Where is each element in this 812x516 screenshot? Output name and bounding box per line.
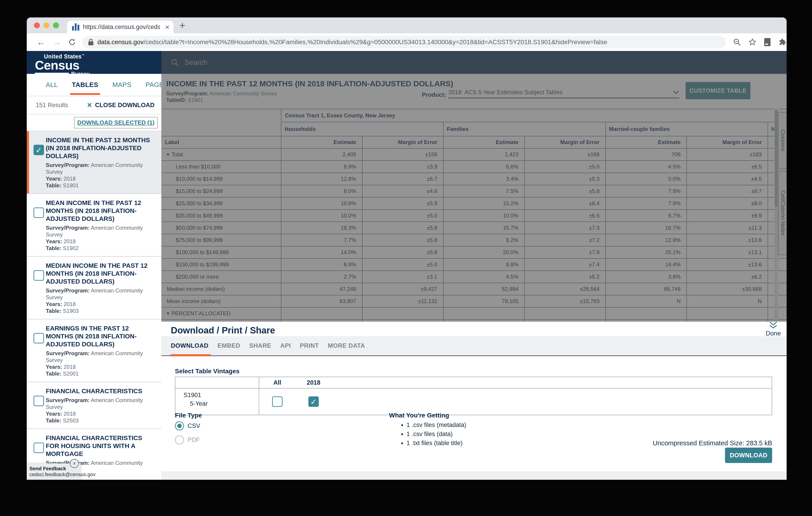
panel-tab-embed[interactable]: EMBED xyxy=(218,342,240,349)
panel-tab-bar: DOWNLOADEMBEDSHAREAPIPRINTMORE DATA xyxy=(161,336,787,356)
result-meta: Years: 2018 xyxy=(46,238,157,245)
result-meta: Table: S2001 xyxy=(46,370,157,377)
table-result-item[interactable]: MEAN INCOME IN THE PAST 12 MONTHS (IN 20… xyxy=(27,193,161,256)
census-favicon-bar-chart-icon xyxy=(72,23,79,31)
panel-tab-more-data[interactable]: MORE DATA xyxy=(328,342,365,349)
collapse-double-chevron-icon xyxy=(768,322,779,330)
logo-trademark: ™ xyxy=(82,54,85,57)
whats-included-title: What You're Getting xyxy=(389,412,449,419)
window-controls[interactable] xyxy=(34,23,59,28)
url-domain: data.census.gov xyxy=(97,38,144,45)
feedback-email[interactable]: cedsci.feedback@census.gov xyxy=(29,472,78,478)
table-result-item[interactable]: FINANCIAL CHARACTERISTICSSurvey/Program:… xyxy=(27,382,161,429)
extensions-puzzle-icon[interactable] xyxy=(778,38,787,47)
extension-page-icon[interactable] xyxy=(763,38,771,47)
vintages-title: Select Table Vintages xyxy=(175,368,239,375)
minimize-window-button[interactable] xyxy=(44,23,49,28)
feedback-close-icon[interactable]: × xyxy=(70,459,79,468)
address-input[interactable]: data.census.gov/cedsci/table?t=Income%20… xyxy=(83,36,726,49)
panel-tab-api[interactable]: API xyxy=(280,342,291,349)
file-type-radio-csv[interactable]: CSV xyxy=(175,421,200,430)
bookmark-star-icon[interactable] xyxy=(748,38,757,47)
close-download-button[interactable]: × CLOSE DOWNLOAD xyxy=(87,101,154,109)
table-result-item[interactable]: ✓INCOME IN THE PAST 12 MONTHS (IN 2018 I… xyxy=(27,131,161,193)
result-title: EARNINGS IN THE PAST 12 MONTHS (IN 2018 … xyxy=(46,324,157,348)
result-title: MEDIAN INCOME IN THE PAST 12 MONTHS (IN … xyxy=(46,262,157,285)
result-title: FINANCIAL CHARACTERISTICS FOR HOUSING UN… xyxy=(46,434,157,458)
sidebar-tab-pages[interactable]: PAGES xyxy=(145,75,161,95)
result-meta: Years: 2018 xyxy=(46,175,157,182)
panel-tab-print[interactable]: PRINT xyxy=(300,342,319,349)
radio-label: PDF xyxy=(187,436,200,444)
vintages-col-all: All xyxy=(259,379,295,386)
forward-icon[interactable]: → xyxy=(53,37,61,47)
result-body: FINANCIAL CHARACTERISTICSSurvey/Program:… xyxy=(46,387,157,424)
result-meta: Table: S1903 xyxy=(46,308,157,314)
download-button[interactable]: DOWNLOAD xyxy=(725,448,772,463)
radio-label: CSV xyxy=(187,422,200,429)
vintage-2018-checkbox[interactable]: ✓ xyxy=(308,396,319,407)
result-checkbox[interactable] xyxy=(33,333,44,343)
new-tab-button[interactable]: + xyxy=(179,20,185,31)
result-meta: Years: 2018 xyxy=(46,411,157,417)
zoom-window-button[interactable] xyxy=(53,23,59,28)
result-title: FINANCIAL CHARACTERISTICS xyxy=(46,387,157,395)
back-icon[interactable]: ← xyxy=(37,37,45,47)
tab-close-icon[interactable]: × xyxy=(165,23,170,31)
results-sidebar: United States™ Census Bureau ALLTABLESMA… xyxy=(27,51,161,480)
browser-window: https://data.census.gov/cedsci × + ← → d… xyxy=(27,18,787,480)
vintage-all-checkbox[interactable] xyxy=(272,396,283,407)
sidebar-tab-tables[interactable]: TABLES xyxy=(71,75,99,95)
sidebar-tab-all[interactable]: ALL xyxy=(45,75,58,95)
result-checkbox[interactable] xyxy=(33,443,44,453)
included-file-item: 1 .csv files (data) xyxy=(406,429,466,438)
result-body: EARNINGS IN THE PAST 12 MONTHS (IN 2018 … xyxy=(46,324,157,377)
table-result-item[interactable]: EARNINGS IN THE PAST 12 MONTHS (IN 2018 … xyxy=(27,319,161,382)
sidebar-tab-maps[interactable]: MAPS xyxy=(112,75,132,95)
download-selected-link[interactable]: DOWNLOAD SELECTED (1) xyxy=(74,117,158,128)
reload-icon[interactable] xyxy=(68,38,76,46)
file-type-options: CSVPDF xyxy=(175,421,200,445)
vintages-row-label: S1901 5-Year xyxy=(175,389,259,415)
done-button[interactable]: Done xyxy=(763,322,783,337)
result-title: INCOME IN THE PAST 12 MONTHS (IN 2018 IN… xyxy=(46,136,157,160)
lock-icon xyxy=(88,38,94,46)
whats-included-list: 1 .csv files (metadata)1 .csv files (dat… xyxy=(401,420,466,448)
logo-census: Census xyxy=(35,60,161,71)
results-count: 151 Results xyxy=(36,102,68,109)
browser-url-bar: ← → data.census.gov/cedsci/table?t=Incom… xyxy=(27,33,787,51)
result-title: MEAN INCOME IN THE PAST 12 MONTHS (IN 20… xyxy=(46,199,157,223)
result-checkbox[interactable] xyxy=(33,208,44,218)
close-icon: × xyxy=(87,101,92,109)
result-checkbox[interactable] xyxy=(33,396,44,406)
radio-ring xyxy=(175,421,184,430)
panel-tab-download[interactable]: DOWNLOAD xyxy=(171,342,208,349)
panel-tab-share[interactable]: SHARE xyxy=(249,342,271,349)
result-body: MEDIAN INCOME IN THE PAST 12 MONTHS (IN … xyxy=(46,262,157,314)
send-feedback-tooltip: × Send Feedback cedsci.feedback@census.g… xyxy=(27,463,81,480)
results-row: 151 Results × CLOSE DOWNLOAD xyxy=(27,96,161,114)
sidebar-tabs: ALLTABLESMAPSPAGES xyxy=(27,74,161,96)
table-results-list: ✓INCOME IN THE PAST 12 MONTHS (IN 2018 I… xyxy=(27,131,161,480)
file-type-radio-pdf[interactable]: PDF xyxy=(175,435,200,445)
table-result-item[interactable]: MEDIAN INCOME IN THE PAST 12 MONTHS (IN … xyxy=(27,256,161,319)
radio-dot xyxy=(177,424,182,428)
close-window-button[interactable] xyxy=(34,23,40,28)
vintages-table: All 2018 S1901 5-Year ✓ xyxy=(175,377,772,415)
result-meta: Survey/Program: American Community Surve… xyxy=(46,350,157,364)
result-meta: Survey/Program: American Community Surve… xyxy=(46,287,157,301)
estimated-size-note: Uncompressed Estimated Size: 283.5 kB xyxy=(653,439,772,447)
zoom-out-indicator-icon[interactable] xyxy=(733,38,741,47)
browser-tab[interactable]: https://data.census.gov/cedsci × xyxy=(67,21,174,33)
main-content: Search INCOME IN THE PAST 12 MONTHS (IN … xyxy=(161,51,787,480)
file-type-title: File Type xyxy=(175,412,202,419)
result-checkbox[interactable]: ✓ xyxy=(33,145,44,155)
tab-title: https://data.census.gov/cedsci xyxy=(83,24,160,31)
result-body: INCOME IN THE PAST 12 MONTHS (IN 2018 IN… xyxy=(46,136,157,189)
result-checkbox[interactable] xyxy=(33,270,44,281)
result-meta: Table: S2503 xyxy=(46,417,157,424)
result-meta: Years: 2018 xyxy=(46,301,157,308)
result-meta: Table: S1901 xyxy=(46,182,157,189)
included-file-item: 1 .txt files (table title) xyxy=(406,438,466,448)
result-meta: Survey/Program: American Community Surve… xyxy=(46,397,157,411)
